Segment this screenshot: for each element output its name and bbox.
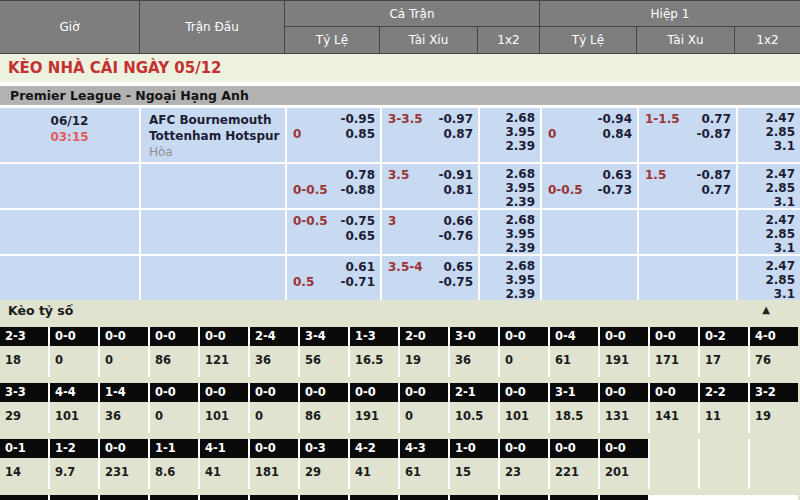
ft-overunder-cell[interactable]: 3.5-0.910.81 — [382, 164, 478, 208]
score-cell[interactable]: 4-076 — [750, 327, 798, 377]
handicap-value: 1.5 — [645, 168, 666, 183]
h1-overunder-cell[interactable]: 1-1.50.77-0.87 — [639, 108, 736, 162]
ft-overunder-cell[interactable]: 30.66-0.76 — [382, 210, 478, 254]
score-cell[interactable]: 0-086 — [300, 383, 348, 433]
score-cell[interactable]: 0-0231 — [100, 439, 148, 489]
score-label: 0-0 — [50, 327, 98, 346]
odds-value: -0.95 — [340, 112, 375, 127]
score-cell[interactable]: 0-0191 — [600, 327, 648, 377]
score-cell[interactable]: 0-0131 — [600, 383, 648, 433]
ft-handicap-cell[interactable]: 0.610.5-0.71 — [287, 256, 380, 300]
score-cell[interactable]: 0-0221 — [550, 439, 598, 489]
h1-overunder-cell[interactable]: 1.5-0.870.77 — [639, 164, 736, 208]
score-cell[interactable]: 4-361 — [400, 439, 448, 489]
score-cell[interactable]: 3-329 — [0, 383, 48, 433]
score-label: 4-4 — [50, 383, 98, 402]
score-cell[interactable]: 0-023 — [500, 439, 548, 489]
ft-overunder-cell[interactable]: 3.5-40.65-0.75 — [382, 256, 478, 300]
score-cell[interactable]: 0-00 — [250, 383, 298, 433]
ft-1x2-cell[interactable]: 2.683.952.39 — [480, 108, 540, 162]
score-cell[interactable]: 4-4101 — [50, 383, 98, 433]
score-cell[interactable]: 1-29.7 — [50, 439, 98, 489]
h1-handicap-cell[interactable]: -0.9400.84 — [542, 108, 637, 162]
header-group-first-half: Hiệp 1 Tỷ Lệ Tài Xu 1x2 — [540, 1, 800, 53]
score-cell[interactable]: 0-114 — [0, 439, 48, 489]
header-half-handicap: Tỷ Lệ — [540, 27, 637, 53]
score-cell — [0, 495, 48, 500]
score-cell[interactable]: 0-00 — [50, 327, 98, 377]
h1-1x2-cell[interactable]: 2.472.853.1 — [738, 108, 800, 162]
score-odds-value: 141 — [650, 402, 698, 433]
score-label: 2-1 — [450, 383, 498, 402]
collapse-triangle-icon[interactable]: ▲ — [762, 304, 770, 315]
score-cell[interactable]: 3-219 — [750, 383, 798, 433]
score-cell[interactable]: 0-00 — [500, 327, 548, 377]
score-cell[interactable]: 0-0101 — [500, 383, 548, 433]
score-odds-value: 0 — [500, 346, 548, 377]
score-cell[interactable]: 0-0181 — [250, 439, 298, 489]
score-label — [500, 495, 548, 500]
score-cell[interactable]: 3-118.5 — [550, 383, 598, 433]
time-cell — [0, 164, 139, 208]
odds-value: 0.63 — [602, 168, 632, 183]
score-cell[interactable]: 0-00 — [150, 383, 198, 433]
score-cell[interactable]: 4-241 — [350, 439, 398, 489]
odds-value: 2.47 — [738, 259, 795, 273]
score-cell[interactable]: 0-461 — [550, 327, 598, 377]
odds-value: 2.85 — [738, 227, 795, 241]
score-cell[interactable]: 0-0141 — [650, 383, 698, 433]
score-cell[interactable]: 2-019 — [400, 327, 448, 377]
score-label: 0-0 — [500, 383, 548, 402]
score-label — [350, 495, 398, 500]
score-section-title: Kèo tỷ số — [8, 303, 73, 318]
score-cell[interactable]: 1-18.6 — [150, 439, 198, 489]
ft-1x2-cell[interactable]: 2.683.952.39 — [480, 210, 540, 254]
score-cell[interactable]: 0-0191 — [350, 383, 398, 433]
h1-1x2-cell[interactable]: 2.472.853.1 — [738, 164, 800, 208]
score-label: 2-3 — [0, 327, 48, 346]
score-label — [250, 495, 298, 500]
score-cell[interactable]: 3-036 — [450, 327, 498, 377]
h1-1x2-cell[interactable]: 2.472.853.1 — [738, 256, 800, 300]
league-header[interactable]: Premier League - Ngoại Hạng Anh — [0, 86, 800, 105]
score-odds-value: 131 — [600, 402, 648, 433]
ft-handicap-cell[interactable]: 0.780-0.5-0.88 — [287, 164, 380, 208]
score-label — [100, 495, 148, 500]
score-odds-value: 101 — [200, 402, 248, 433]
score-cell[interactable]: 0-0121 — [200, 327, 248, 377]
h1-handicap-cell[interactable]: 0.630-0.5-0.73 — [542, 164, 637, 208]
ft-handicap-cell[interactable]: -0.9500.85 — [287, 108, 380, 162]
score-cell[interactable]: 0-0171 — [650, 327, 698, 377]
score-section-header[interactable]: Kèo tỷ số ▲ — [0, 300, 800, 321]
score-cell[interactable]: 2-110.5 — [450, 383, 498, 433]
score-odds-value: 36 — [250, 346, 298, 377]
score-cell[interactable]: 4-141 — [200, 439, 248, 489]
odds-value: 2.85 — [738, 181, 795, 195]
h1-1x2-cell[interactable]: 2.472.853.1 — [738, 210, 800, 254]
ft-overunder-cell[interactable]: 3-3.5-0.970.87 — [382, 108, 478, 162]
score-cell[interactable]: 1-436 — [100, 383, 148, 433]
score-cell[interactable]: 0-329 — [300, 439, 348, 489]
score-label: 0-0 — [550, 439, 598, 458]
ft-1x2-cell[interactable]: 2.683.952.39 — [480, 164, 540, 208]
score-cell[interactable]: 0-0101 — [200, 383, 248, 433]
score-cell[interactable]: 2-318 — [0, 327, 48, 377]
ft-handicap-cell[interactable]: 0-0.5-0.750.65 — [287, 210, 380, 254]
score-label: 0-0 — [250, 383, 298, 402]
score-cell[interactable]: 0-086 — [150, 327, 198, 377]
score-cell[interactable]: 2-436 — [250, 327, 298, 377]
score-cell[interactable]: 1-316.5 — [350, 327, 398, 377]
score-cell[interactable]: 0-00 — [100, 327, 148, 377]
score-cell[interactable]: 0-0201 — [600, 439, 648, 489]
ft-1x2-cell[interactable]: 2.683.952.39 — [480, 256, 540, 300]
odds-table-header: Giờ Trận Đấu Cả Trận Tỷ Lệ Tài Xỉu 1x2 H… — [0, 0, 800, 54]
h1-handicap-cell — [542, 256, 637, 300]
odds-value: 2.39 — [480, 287, 535, 300]
score-label: 0-0 — [100, 327, 148, 346]
score-cell[interactable]: 3-456 — [300, 327, 348, 377]
score-cell[interactable]: 1-015 — [450, 439, 498, 489]
score-cell[interactable]: 2-211 — [700, 383, 748, 433]
score-cell[interactable]: 0-00 — [400, 383, 448, 433]
score-cell[interactable]: 0-217 — [700, 327, 748, 377]
handicap-value: 1-1.5 — [645, 112, 680, 127]
